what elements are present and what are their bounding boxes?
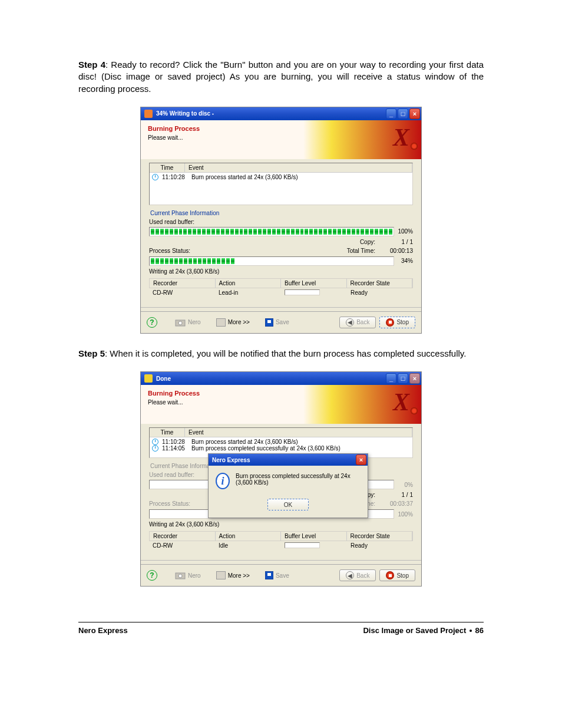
ok-button[interactable]: OK — [267, 499, 309, 510]
stop-icon — [386, 318, 394, 327]
more-icon — [216, 571, 226, 579]
clock-icon — [152, 174, 158, 180]
completion-dialog: Nero Express × i Burn process completed … — [208, 453, 368, 518]
burn-done-window: Done _ □ × Burning Process Please wait..… — [140, 371, 422, 587]
maximize-button[interactable]: □ — [398, 373, 408, 384]
dialog-title: Nero Express — [212, 457, 356, 463]
col-time[interactable]: Time — [150, 428, 185, 437]
col-action[interactable]: Action — [216, 532, 282, 541]
writing-speed-text: Writing at 24x (3,600 KB/s) — [149, 268, 413, 275]
phase-info-label: Current Phase Information — [150, 210, 413, 216]
help-icon[interactable]: ? — [147, 570, 157, 581]
cell-recorder-state: Ready — [347, 288, 413, 298]
read-buffer-percent: 100% — [394, 228, 413, 235]
col-buffer-level[interactable]: Buffer Level — [281, 279, 347, 288]
event-time: 11:10:28 — [161, 439, 189, 445]
total-time-value: 00:00:13 — [378, 248, 413, 254]
col-action[interactable]: Action — [216, 279, 282, 288]
process-status-label: Process Status: — [149, 500, 190, 507]
cell-recorder: CD-RW — [149, 541, 215, 551]
writing-speed-text: Writing at 24x (3,600 KB/s) — [149, 521, 413, 528]
close-button[interactable]: × — [409, 108, 420, 119]
header-banner: Burning Process Please wait... X — [141, 385, 421, 424]
window-title: 34% Writing to disc - — [156, 110, 386, 117]
step5-body: : When it is completed, you will be noti… — [105, 348, 466, 358]
window-title: Done — [156, 375, 386, 382]
col-recorder-state[interactable]: Recorder State — [347, 279, 413, 288]
stop-icon — [386, 571, 394, 579]
buffer-level-progressbar — [285, 542, 320, 548]
read-buffer-progressbar — [149, 227, 394, 236]
step5-paragraph: Step 5: When it is completed, you will b… — [78, 348, 484, 360]
col-recorder[interactable]: Recorder — [150, 532, 216, 541]
process-percent: 34% — [394, 258, 413, 264]
event-text: Burn process completed successfully at 2… — [189, 445, 410, 452]
minimize-button[interactable]: _ — [386, 373, 396, 384]
step5-label: Step 5 — [78, 348, 105, 358]
bullet-icon — [470, 630, 472, 632]
col-recorder-state[interactable]: Recorder State — [347, 532, 413, 541]
save-button[interactable]: Save — [265, 571, 289, 579]
nero-button[interactable]: Nero — [175, 571, 201, 580]
titlebar[interactable]: Done _ □ × — [141, 372, 421, 385]
event-row: 11:14:05 Burn process completed successf… — [150, 445, 412, 452]
please-wait-text: Please wait... — [148, 134, 414, 141]
dialog-close-button[interactable]: × — [356, 454, 366, 465]
event-text: Burn process started at 24x (3,600 KB/s) — [189, 174, 410, 180]
cell-buffer-level — [281, 541, 347, 551]
burn-progress-window: 34% Writing to disc - _ □ × Burning Proc… — [140, 107, 422, 334]
stop-button[interactable]: Stop — [379, 317, 415, 328]
back-button[interactable]: ◀ Back — [339, 569, 376, 581]
bottom-toolbar: ? Nero More >> Save ◀ Back Stop — [141, 311, 421, 333]
clock-icon — [152, 445, 158, 452]
page-footer: Nero Express Disc Image or Saved Project… — [78, 622, 484, 635]
event-row: 11:10:28 Burn process started at 24x (3,… — [150, 439, 412, 445]
recorder-table: Recorder Action Buffer Level Recorder St… — [149, 531, 413, 551]
footer-right: Disc Image or Saved Project 86 — [363, 626, 484, 635]
copy-label: Copy: — [360, 239, 375, 245]
cell-action: Idle — [215, 541, 281, 551]
cell-action: Lead-in — [215, 288, 281, 298]
nero-icon — [175, 571, 186, 580]
maximize-button[interactable]: □ — [398, 108, 408, 119]
col-event[interactable]: Event — [185, 163, 412, 172]
read-buffer-percent: 0% — [394, 482, 413, 488]
back-arrow-icon: ◀ — [346, 571, 354, 579]
info-icon: i — [216, 473, 230, 489]
close-button[interactable]: × — [409, 373, 420, 384]
back-button[interactable]: ◀ Back — [339, 317, 376, 328]
copy-value: 1 / 1 — [378, 492, 413, 498]
save-icon — [265, 571, 273, 579]
app-icon — [144, 110, 153, 118]
event-text: Burn process started at 24x (3,600 KB/s) — [189, 439, 410, 445]
back-arrow-icon: ◀ — [346, 318, 354, 327]
help-icon[interactable]: ? — [147, 317, 157, 328]
event-time: 11:10:28 — [161, 174, 189, 180]
more-button[interactable]: More >> — [216, 571, 250, 579]
bottom-toolbar: ? Nero More >> Save ◀ Back Stop — [141, 564, 421, 586]
buffer-level-progressbar — [285, 289, 320, 295]
col-event[interactable]: Event — [185, 428, 412, 437]
event-row: 11:10:28 Burn process started at 24x (3,… — [150, 174, 412, 180]
nero-logo-icon: X — [393, 125, 418, 150]
more-button[interactable]: More >> — [216, 318, 250, 327]
col-recorder[interactable]: Recorder — [150, 279, 216, 288]
minimize-button[interactable]: _ — [386, 108, 396, 119]
save-button[interactable]: Save — [265, 318, 289, 327]
used-buffer-label: Used read buffer: — [149, 219, 413, 225]
titlebar[interactable]: 34% Writing to disc - _ □ × — [141, 107, 421, 120]
col-buffer-level[interactable]: Buffer Level — [281, 532, 347, 541]
header-banner: Burning Process Please wait... X — [141, 120, 421, 159]
recorder-table: Recorder Action Buffer Level Recorder St… — [149, 278, 413, 298]
copy-value: 1 / 1 — [378, 239, 413, 245]
nero-button[interactable]: Nero — [175, 318, 201, 327]
cell-recorder-state: Ready — [347, 541, 413, 551]
process-percent: 100% — [394, 511, 413, 518]
event-log-table: Time Event 11:10:28 Burn process started… — [149, 163, 413, 205]
col-time[interactable]: Time — [150, 163, 185, 172]
clock-icon — [152, 439, 158, 445]
stop-button[interactable]: Stop — [379, 569, 415, 581]
event-time: 11:14:05 — [161, 445, 189, 452]
dialog-titlebar[interactable]: Nero Express × — [209, 454, 368, 466]
app-icon — [144, 374, 153, 383]
